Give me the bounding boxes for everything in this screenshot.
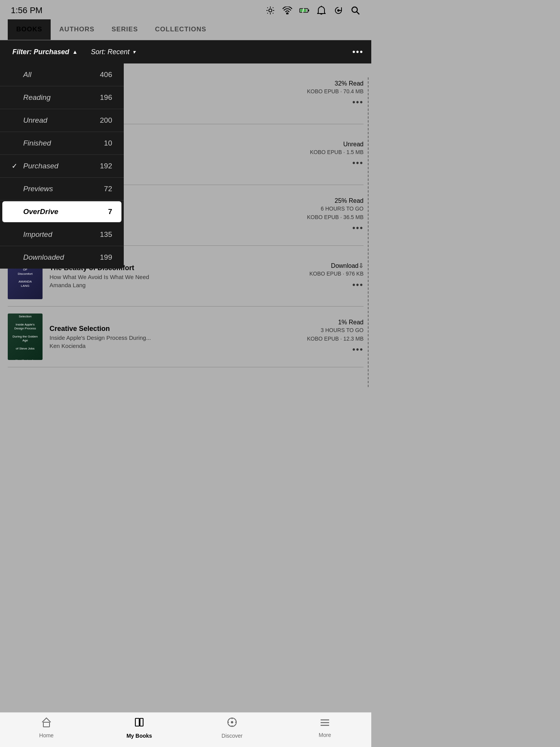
- filter-option-count: 7: [108, 207, 112, 216]
- book-detail: 3 HOURS TO GOKOBO EPUB · 12.3 MB: [294, 326, 364, 343]
- filter-option-all[interactable]: All 406: [0, 63, 124, 86]
- scroll-indicator: [368, 77, 369, 387]
- filter-option-label: OverDrive: [23, 207, 108, 216]
- status-time: 1:56 PM: [11, 5, 43, 15]
- sort-chevron-icon: ▾: [133, 49, 135, 55]
- book-detail: KOBO EPUB · 1.5 MB: [294, 148, 364, 156]
- battery-icon: [299, 5, 309, 15]
- svg-line-8: [273, 7, 273, 8]
- filter-option-unread[interactable]: Unread 200: [0, 109, 124, 132]
- filter-option-reading[interactable]: Reading 196: [0, 86, 124, 109]
- book-info: Creative Selection Inside Apple's Design…: [50, 325, 287, 349]
- tab-books[interactable]: BOOKS: [8, 19, 51, 40]
- filter-option-label: Finished: [23, 139, 104, 147]
- filter-bar-wrapper: Filter: Purchased ▲ Sort: Recent ▾ ••• A…: [0, 40, 371, 63]
- filter-option-label: Imported: [23, 230, 100, 239]
- book-author: Amanda Lang: [50, 282, 287, 288]
- book-status: 32% Read: [294, 80, 364, 87]
- filter-option-purchased[interactable]: ✓ Purchased 192: [0, 155, 124, 178]
- filter-option-label: Reading: [23, 93, 100, 102]
- book-more-button[interactable]: •••: [294, 280, 364, 290]
- filter-option-count: 196: [100, 93, 112, 102]
- filter-option-label: Unread: [23, 116, 100, 125]
- svg-line-4: [273, 13, 273, 13]
- filter-bar: Filter: Purchased ▲ Sort: Recent ▾ •••: [0, 40, 371, 63]
- book-detail: 6 HOURS TO GOKOBO EPUB · 36.5 MB: [294, 204, 364, 222]
- book-author: Ken Kocienda: [50, 343, 287, 349]
- sort-button[interactable]: Sort: Recent ▾: [86, 45, 140, 59]
- search-icon[interactable]: [350, 5, 360, 15]
- book-meta: Download⇩ KOBO EPUB · 976 KB •••: [294, 262, 364, 290]
- tab-series[interactable]: SERIES: [103, 19, 146, 40]
- filter-option-label: Downloaded: [23, 253, 100, 262]
- filter-option-count: 135: [100, 230, 112, 239]
- book-status: 1% Read: [294, 319, 364, 326]
- filter-option-overdrive[interactable]: OverDrive 7: [2, 201, 121, 223]
- svg-line-3: [267, 7, 268, 8]
- filter-option-count: 192: [100, 162, 112, 170]
- svg-line-13: [303, 8, 304, 13]
- tab-collections[interactable]: COLLECTIONS: [147, 19, 215, 40]
- filter-option-count: 199: [100, 253, 112, 262]
- more-options-button[interactable]: •••: [352, 47, 364, 57]
- book-detail: KOBO EPUB · 976 KB: [294, 269, 364, 278]
- book-subtitle: Inside Apple's Design Process During...: [50, 334, 287, 341]
- book-status: 25% Read: [294, 197, 364, 204]
- book-more-button[interactable]: •••: [294, 223, 364, 233]
- status-bar: 1:56 PM: [0, 0, 371, 19]
- book-status: Unread: [294, 141, 364, 148]
- filter-option-downloaded[interactable]: Downloaded 199: [0, 246, 124, 269]
- filter-option-count: 72: [104, 185, 112, 193]
- book-more-button[interactable]: •••: [294, 158, 364, 168]
- book-more-button[interactable]: •••: [294, 344, 364, 355]
- filter-option-count: 10: [104, 139, 112, 147]
- book-meta: Unread KOBO EPUB · 1.5 MB •••: [294, 141, 364, 168]
- book-meta: 32% Read KOBO EPUB · 70.4 MB •••: [294, 80, 364, 107]
- nav-tabs: BOOKS AUTHORS SERIES COLLECTIONS: [0, 19, 371, 40]
- svg-point-16: [352, 7, 357, 12]
- sync-icon[interactable]: [333, 5, 343, 15]
- check-icon: ✓: [12, 162, 19, 170]
- svg-point-0: [269, 9, 272, 12]
- filter-option-finished[interactable]: Finished 10: [0, 132, 124, 155]
- svg-line-17: [357, 12, 359, 14]
- wifi-icon: [282, 5, 292, 15]
- book-more-button[interactable]: •••: [294, 97, 364, 107]
- filter-option-label: Purchased: [23, 162, 100, 170]
- book-item-creative-selection[interactable]: CreativeSelectionInside Apple's Design P…: [8, 307, 364, 367]
- brightness-icon: [265, 5, 275, 15]
- svg-rect-11: [308, 10, 309, 11]
- book-title: Creative Selection: [50, 325, 287, 333]
- filter-option-previews[interactable]: Previews 72: [0, 178, 124, 200]
- filter-button[interactable]: Filter: Purchased ▲: [8, 45, 82, 59]
- book-cover: CreativeSelectionInside Apple's Design P…: [8, 314, 43, 360]
- filter-dropdown: All 406 Reading 196 Unread 200 Finished …: [0, 63, 124, 269]
- notification-icon[interactable]: [316, 5, 326, 15]
- svg-point-15: [338, 10, 339, 11]
- filter-chevron-icon: ▲: [72, 49, 78, 55]
- book-meta: 25% Read 6 HOURS TO GOKOBO EPUB · 36.5 M…: [294, 197, 364, 233]
- filter-option-imported[interactable]: Imported 135: [0, 223, 124, 246]
- book-detail: KOBO EPUB · 70.4 MB: [294, 87, 364, 96]
- status-icons: [265, 5, 360, 15]
- filter-option-count: 200: [100, 116, 112, 125]
- sort-label: Sort: Recent: [91, 48, 130, 56]
- svg-line-7: [267, 13, 268, 13]
- tab-authors[interactable]: AUTHORS: [51, 19, 103, 40]
- filter-label: Filter: Purchased: [12, 48, 69, 56]
- filter-option-count: 406: [100, 70, 112, 79]
- book-subtitle: How What We Avoid Is What We Need: [50, 274, 287, 280]
- book-meta: 1% Read 3 HOURS TO GOKOBO EPUB · 12.3 MB…: [294, 319, 364, 355]
- book-status: Download⇩: [294, 262, 364, 269]
- filter-option-label: All: [23, 70, 100, 79]
- svg-point-9: [287, 13, 288, 14]
- cover-text: CreativeSelectionInside Apple's Design P…: [11, 314, 39, 360]
- filter-option-label: Previews: [23, 185, 104, 193]
